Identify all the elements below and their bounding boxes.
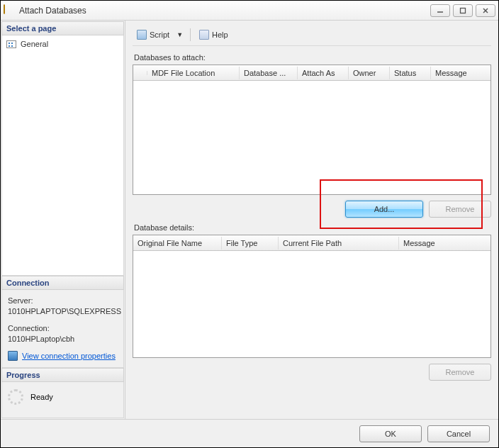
progress-state: Ready [30, 393, 53, 401]
script-icon [137, 30, 147, 40]
remove-details-button: Remove [429, 364, 491, 381]
remove-attach-button: Remove [429, 201, 491, 218]
col-mdf[interactable]: MDF File Location [147, 67, 240, 79]
main-content: Databases to attach: MDF File Location D… [133, 53, 491, 413]
properties-icon [8, 351, 18, 361]
close-button[interactable] [476, 4, 495, 17]
attach-label: Databases to attach: [134, 53, 491, 62]
svg-rect-1 [461, 8, 466, 13]
maximize-button[interactable] [453, 4, 473, 17]
attach-grid-header: MDF File Location Database ... Attach As… [133, 65, 490, 81]
details-grid-body[interactable] [133, 251, 490, 357]
window-buttons [430, 4, 495, 17]
details-buttons: Remove [133, 358, 491, 386]
attach-buttons: Add... Remove [133, 195, 491, 223]
connection-panel: Server: 1010HPLAPTOP\SQLEXPRESS Connecti… [1, 290, 124, 368]
connection-header: Connection [1, 276, 124, 290]
script-dropdown[interactable]: ▼ [175, 31, 184, 38]
nav-general[interactable]: General [6, 38, 119, 50]
title-bar: Attach Databases [1, 1, 498, 21]
attach-grid[interactable]: MDF File Location Database ... Attach As… [133, 65, 491, 195]
col-db[interactable]: Database ... [240, 67, 298, 79]
spinner-icon [8, 389, 23, 405]
server-label: Server: [8, 296, 118, 306]
add-button[interactable]: Add... [345, 201, 423, 218]
page-nav: General [1, 35, 124, 276]
help-label: Help [212, 30, 228, 39]
conn-label: Connection: [8, 323, 118, 334]
col-owner[interactable]: Owner [349, 67, 390, 79]
col-message[interactable]: Message [431, 67, 490, 79]
main-panel: Script ▼ Help Databases to attach: MDF F… [125, 21, 498, 419]
details-grid[interactable]: Original File Name File Type Current Fil… [133, 235, 491, 358]
col-status[interactable]: Status [390, 67, 431, 79]
details-label: Database details: [134, 223, 491, 232]
script-button[interactable]: Script [134, 28, 172, 41]
app-icon [4, 5, 15, 16]
dcol-msg[interactable]: Message [399, 237, 490, 250]
dcol-orig[interactable]: Original File Name [133, 237, 222, 250]
nav-general-label: General [21, 40, 48, 48]
script-label: Script [150, 30, 169, 39]
cancel-button[interactable]: Cancel [427, 425, 490, 442]
help-button[interactable]: Help [196, 28, 231, 41]
view-connection-label: View connection properties [22, 351, 116, 362]
col-attachas[interactable]: Attach As [298, 67, 349, 79]
dcol-type[interactable]: File Type [222, 237, 279, 250]
ok-button[interactable]: OK [359, 425, 422, 442]
window-title: Attach Databases [19, 6, 430, 16]
toolbar-separator [190, 28, 191, 41]
page-icon [6, 40, 16, 48]
footer-buttons: OK Cancel [1, 419, 498, 447]
server-value: 1010HPLAPTOP\SQLEXPRESS [8, 306, 118, 317]
content-area: Select a page General Connection Server:… [1, 21, 498, 419]
conn-value: 1010HPLaptop\cbh [8, 334, 118, 345]
attach-grid-body[interactable] [133, 81, 490, 194]
sidebar: Select a page General Connection Server:… [1, 21, 125, 419]
minimize-button[interactable] [430, 4, 450, 17]
details-grid-header: Original File Name File Type Current Fil… [133, 235, 490, 251]
help-icon [199, 30, 209, 40]
view-connection-properties[interactable]: View connection properties [8, 351, 118, 362]
dcol-path[interactable]: Current File Path [279, 237, 399, 250]
progress-header: Progress [1, 368, 124, 382]
select-page-header: Select a page [1, 21, 124, 35]
toolbar: Script ▼ Help [133, 26, 491, 46]
progress-panel: Ready [1, 382, 124, 418]
